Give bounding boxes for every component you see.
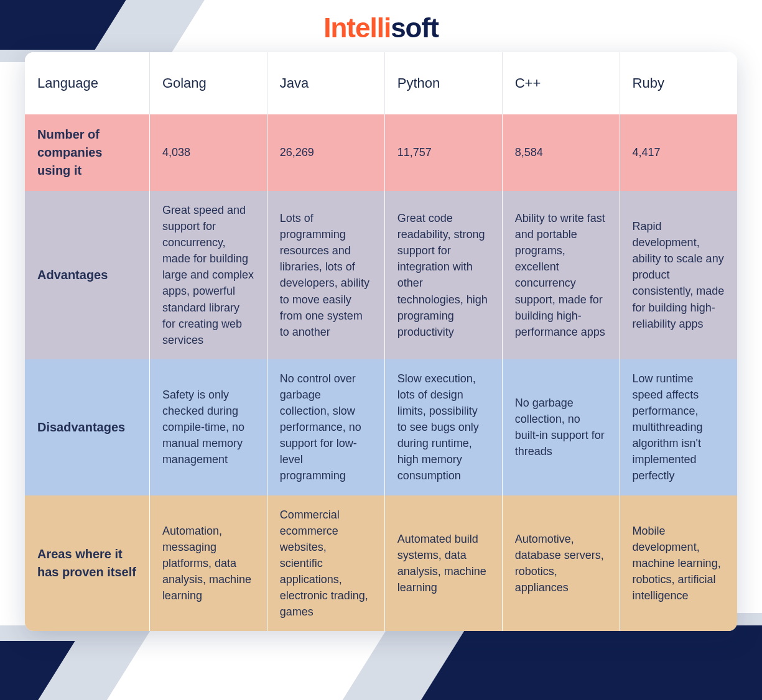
cell-advantages-python: Great code readability, strong support f… (384, 191, 502, 359)
cell-advantages-ruby: Rapid development, ability to scale any … (620, 191, 737, 359)
cell-areas-python: Automated build systems, data analysis, … (384, 495, 502, 632)
comparison-card: Language Golang Java Python C++ Ruby Num… (25, 52, 737, 631)
comparison-table: Language Golang Java Python C++ Ruby Num… (25, 52, 737, 631)
row-advantages: Advantages Great speed and support for c… (25, 191, 737, 359)
cell-companies-ruby: 4,417 (620, 114, 737, 191)
row-areas-label: Areas where it has proven itself (25, 495, 149, 632)
header-java: Java (267, 52, 384, 114)
header-python: Python (384, 52, 502, 114)
cell-disadvantages-cpp: No garbage collection, no built-in suppo… (502, 359, 620, 495)
row-companies-label: Number of companies using it (25, 114, 149, 191)
cell-areas-ruby: Mobile development, machine learning, ro… (620, 495, 737, 632)
cell-companies-cpp: 8,584 (502, 114, 620, 191)
table-header-row: Language Golang Java Python C++ Ruby (25, 52, 737, 114)
header-cpp: C++ (502, 52, 620, 114)
header-language: Language (25, 52, 149, 114)
cell-areas-cpp: Automotive, database servers, robotics, … (502, 495, 620, 632)
cell-advantages-java: Lots of programming resources and librar… (267, 191, 384, 359)
row-disadvantages-label: Disadvantages (25, 359, 149, 495)
cell-companies-golang: 4,038 (149, 114, 267, 191)
brand-logo: Intellisoft (323, 12, 439, 44)
cell-advantages-golang: Great speed and support for concurrency,… (149, 191, 267, 359)
cell-areas-golang: Automation, messaging platforms, data an… (149, 495, 267, 632)
cell-disadvantages-java: No control over garbage collection, slow… (267, 359, 384, 495)
cell-areas-java: Commercial ecommerce websites, scientifi… (267, 495, 384, 632)
row-disadvantages: Disadvantages Safety is only checked dur… (25, 359, 737, 495)
cell-disadvantages-python: Slow execution, lots of design limits, p… (384, 359, 502, 495)
brand-logo-part1: Intelli (323, 12, 391, 43)
cell-advantages-cpp: Ability to write fast and portable progr… (502, 191, 620, 359)
row-companies: Number of companies using it 4,038 26,26… (25, 114, 737, 191)
row-advantages-label: Advantages (25, 191, 149, 359)
cell-companies-java: 26,269 (267, 114, 384, 191)
brand-logo-part2: soft (391, 12, 439, 43)
header-golang: Golang (149, 52, 267, 114)
cell-disadvantages-golang: Safety is only checked during compile-ti… (149, 359, 267, 495)
cell-companies-python: 11,757 (384, 114, 502, 191)
header-ruby: Ruby (620, 52, 737, 114)
cell-disadvantages-ruby: Low runtime speed affects performance, m… (620, 359, 737, 495)
row-areas: Areas where it has proven itself Automat… (25, 495, 737, 632)
